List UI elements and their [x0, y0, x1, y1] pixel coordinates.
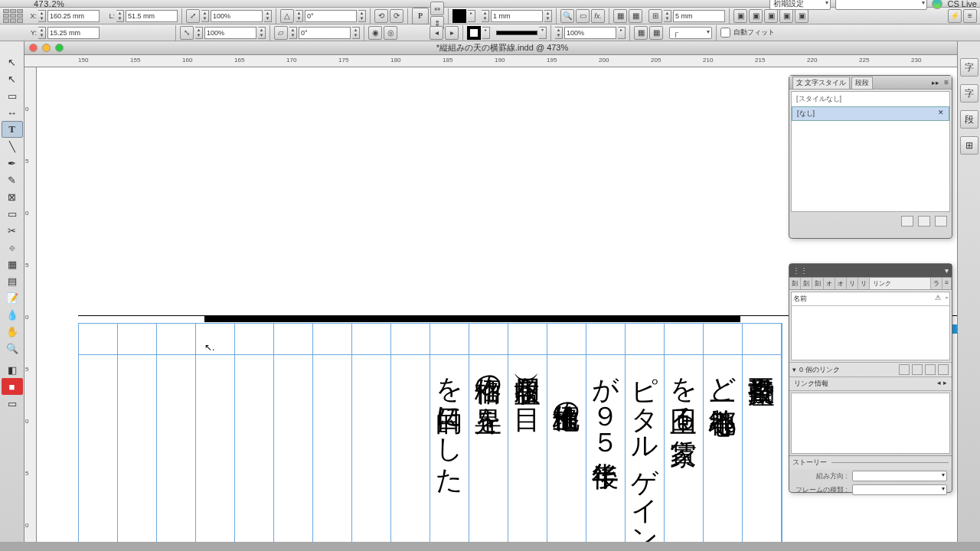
text-column[interactable]: 用収益）を目	[508, 324, 547, 542]
vertical-ruler[interactable]: 050505050	[24, 67, 37, 542]
fill-frame-icon[interactable]: ▣	[795, 9, 808, 23]
links-name-header[interactable]: 名前	[793, 294, 935, 304]
character-styles-panel[interactable]: 文 文字スタイル 段 段 ▸▸ ≡ [スタイルなし] [なし]✕	[789, 75, 952, 239]
reference-point-grid[interactable]	[3, 9, 23, 23]
char-panel-tab[interactable]: 字	[960, 58, 978, 77]
text-column[interactable]: 不動産投資	[743, 324, 782, 542]
textwrap-jump-icon[interactable]: ▦	[649, 26, 663, 40]
rotate-cw-icon[interactable]: ⟳	[390, 9, 403, 23]
text-column[interactable]	[274, 324, 313, 542]
y-field[interactable]: 15.25 mm	[47, 27, 100, 39]
para-panel-tab[interactable]: 段	[960, 110, 978, 129]
select-next-icon[interactable]: ▸	[445, 26, 459, 40]
window-controls[interactable]	[29, 44, 64, 52]
text-column[interactable]: 価格の上昇を	[469, 324, 508, 542]
eyedropper-tool[interactable]: 💧	[2, 306, 23, 323]
text-column[interactable]	[79, 324, 118, 542]
delete-style-icon[interactable]	[935, 216, 947, 227]
style-none[interactable]: [スタイルなし]	[792, 92, 949, 106]
wrap-offset-field[interactable]: 5 mm	[673, 10, 725, 22]
styles-list[interactable]: [スタイルなし] [なし]✕	[791, 91, 950, 212]
mini-tabs[interactable]: 刻刻刻オオリリ リンク ラ ≡	[789, 278, 952, 290]
story-direction-dropdown[interactable]	[852, 471, 947, 481]
select-content-icon[interactable]: ◉	[368, 26, 382, 40]
update-link-icon[interactable]	[925, 364, 936, 375]
text-column[interactable]	[313, 324, 352, 542]
para-styles-tab[interactable]: 段 段	[851, 77, 873, 89]
char-styles-tab[interactable]: 文 文字スタイル	[792, 77, 850, 89]
new-style-icon[interactable]	[918, 216, 930, 227]
links-tab[interactable]: リンク	[870, 278, 931, 289]
text-column[interactable]	[118, 324, 157, 542]
object-panel-tab[interactable]: ⊞	[960, 136, 978, 155]
selection-tool[interactable]: ↖	[2, 54, 23, 70]
rotate-field[interactable]: 0°	[305, 10, 357, 22]
screen-icon[interactable]: ▭	[576, 9, 590, 23]
select-prev-icon[interactable]: ◂	[430, 26, 443, 40]
gradient-feather-tool[interactable]: ▤	[2, 272, 23, 289]
panel-grip-icon[interactable]: ⋮⋮	[792, 266, 808, 275]
length-field[interactable]: 51.5 mm	[126, 10, 178, 22]
panel-close-icon[interactable]: ▾	[945, 266, 949, 275]
rectangle-frame-tool[interactable]: ⊠	[2, 188, 23, 205]
pencil-tool[interactable]: ✎	[2, 171, 23, 188]
fx-icon[interactable]: fx.	[591, 9, 605, 23]
horizontal-ruler[interactable]: 1501551601651701751801851901952002052102…	[24, 55, 980, 67]
page-tool[interactable]: ▭	[2, 87, 23, 104]
text-column[interactable]	[157, 324, 196, 542]
stroke-style-dropdown[interactable]	[496, 31, 537, 35]
note-tool[interactable]: 📝	[2, 289, 23, 306]
fill-swatch[interactable]	[452, 9, 466, 23]
opacity-field[interactable]: 100%	[564, 27, 616, 39]
fill-stroke-swap[interactable]: ◧	[2, 361, 23, 378]
apply-color-icon[interactable]: ■	[2, 378, 23, 395]
goto-link-icon[interactable]	[912, 364, 923, 375]
panel-menu-icon[interactable]: ≡	[944, 78, 949, 86]
x-field[interactable]: 160.25 mm	[47, 10, 100, 22]
relink-icon[interactable]	[899, 364, 910, 375]
scissors-tool[interactable]: ✂	[2, 222, 23, 239]
textwrap-bbox-icon[interactable]: ▦	[629, 9, 642, 23]
direct-selection-tool[interactable]: ↖	[2, 70, 23, 87]
rotate-ccw-icon[interactable]: ⟲	[374, 9, 388, 23]
textwrap-shape-icon[interactable]: ▦	[634, 26, 648, 40]
fit-frame-icon[interactable]: ▣	[749, 9, 763, 23]
text-column[interactable]: が９５年後半	[586, 324, 626, 542]
edit-original-icon[interactable]	[938, 364, 949, 375]
gap-tool[interactable]: ↔	[2, 104, 23, 121]
textwrap-none-icon[interactable]: ▦	[613, 9, 627, 23]
panel-menu-icon[interactable]: ≡	[942, 278, 952, 289]
flip-h-icon[interactable]: ⇔	[430, 2, 444, 15]
view-mode-icon[interactable]: ▭	[2, 395, 23, 412]
style-base[interactable]: [なし]✕	[792, 106, 949, 121]
text-column[interactable]: 土地価格の	[547, 324, 586, 542]
text-column[interactable]: ピタルゲイン	[626, 324, 665, 542]
panel-menu-icon[interactable]: ≡	[963, 9, 977, 23]
text-column[interactable]: を上回る家賃	[665, 324, 704, 542]
new-folder-icon[interactable]	[901, 216, 913, 227]
vertical-text-frame[interactable]: 不動産投資ど都心一等地を上回る家賃ピタルゲインが９５年後半 土地価格の用収益）を…	[78, 323, 782, 542]
shear-field[interactable]: 0°	[299, 27, 351, 39]
fit-content-icon[interactable]: ▣	[733, 9, 747, 23]
cslive-label[interactable]: CS Live	[947, 0, 977, 8]
links-panel[interactable]: ⋮⋮ ▾ 刻刻刻オオリリ リンク ラ ≡ 名前 ⚠ ▫ ▾ 0 個のリンク	[789, 263, 952, 493]
zoom-tool[interactable]: 🔍	[2, 340, 23, 357]
preview-icon[interactable]: 🔍	[560, 9, 574, 23]
text-column[interactable]	[196, 324, 235, 542]
scale-y-field[interactable]: 100%	[204, 27, 256, 39]
search-dropdown[interactable]	[835, 0, 927, 10]
link-nav-icons[interactable]: ◂ ▸	[937, 379, 947, 389]
workspace-dropdown[interactable]: 初期設定	[769, 0, 831, 10]
autofit-checkbox[interactable]	[720, 28, 730, 37]
corner-dropdown[interactable]: ┌	[669, 27, 712, 39]
center-content-icon[interactable]: ▣	[764, 9, 778, 23]
select-container-icon[interactable]: ◎	[384, 26, 397, 40]
stroke-swatch[interactable]	[467, 26, 481, 40]
text-column[interactable]	[352, 324, 391, 542]
free-transform-tool[interactable]: ⟐	[2, 239, 23, 256]
fit-prop-icon[interactable]: ▣	[779, 9, 793, 23]
text-column[interactable]	[235, 324, 274, 542]
gradient-tool[interactable]: ▦	[2, 256, 23, 272]
type-tool[interactable]: T	[2, 121, 23, 138]
frame-type-dropdown[interactable]	[852, 484, 947, 495]
